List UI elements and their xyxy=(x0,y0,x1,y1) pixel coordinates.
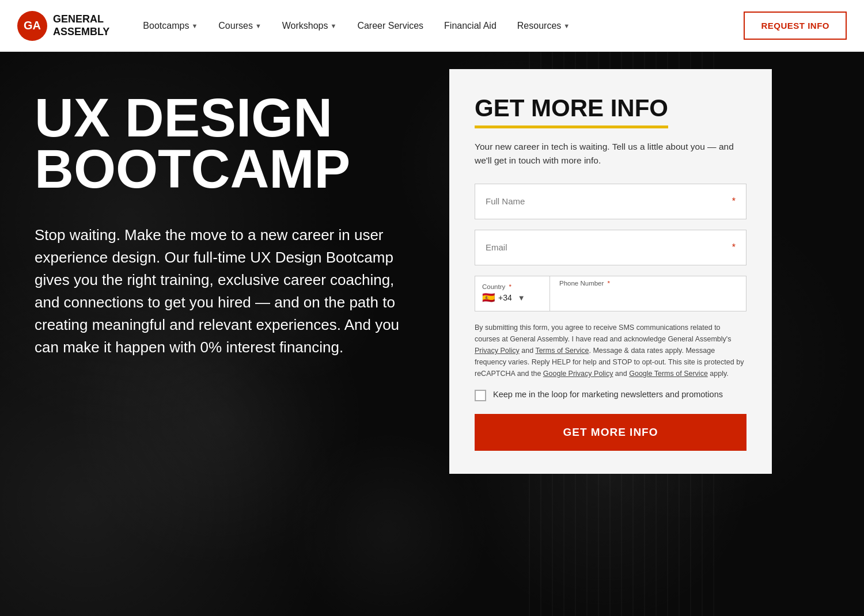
phone-input[interactable] xyxy=(559,288,737,307)
email-field: * xyxy=(475,230,746,265)
nav-career-services[interactable]: Career Services xyxy=(347,0,434,52)
country-value-row: 🇪🇸 +34 ▼ xyxy=(482,291,543,304)
nav-links: Bootcamps ▼ Courses ▼ Workshops ▼ Career… xyxy=(132,0,744,52)
hero-content: UX DESIGN BOOTCAMP Stop waiting. Make th… xyxy=(0,52,449,359)
phone-field-wrap: Phone Number * xyxy=(550,276,746,311)
country-code: +34 xyxy=(498,293,512,302)
request-info-button[interactable]: REQUEST INFO xyxy=(744,12,847,40)
country-chevron-icon: ▼ xyxy=(518,294,525,302)
submit-button[interactable]: GET MORE INFO xyxy=(475,414,746,451)
marketing-checkbox[interactable] xyxy=(475,390,486,401)
google-terms-link[interactable]: Google Terms of Service xyxy=(629,370,708,378)
country-flag: 🇪🇸 xyxy=(482,291,495,304)
navbar: GA GENERAL ASSEMBLY Bootcamps ▼ Courses … xyxy=(0,0,864,52)
google-privacy-link[interactable]: Google Privacy Policy xyxy=(543,370,613,378)
full-name-field: * xyxy=(475,184,746,219)
nav-right: REQUEST INFO xyxy=(744,12,847,40)
country-select[interactable]: Country * 🇪🇸 +34 ▼ xyxy=(475,276,550,311)
workshops-chevron-icon: ▼ xyxy=(331,22,337,29)
logo-icon: GA xyxy=(17,11,47,41)
form-subtitle: Your new career in tech is waiting. Tell… xyxy=(475,140,746,168)
terms-of-service-link[interactable]: Terms of Service xyxy=(535,347,589,355)
full-name-input[interactable] xyxy=(486,196,730,207)
courses-chevron-icon: ▼ xyxy=(255,22,262,29)
logo-link[interactable]: GA GENERAL ASSEMBLY xyxy=(17,11,109,41)
phone-label: Phone Number * xyxy=(559,280,737,287)
nav-workshops[interactable]: Workshops ▼ xyxy=(272,0,347,52)
email-input-wrapper: * xyxy=(475,230,746,265)
privacy-policy-link[interactable]: Privacy Policy xyxy=(475,347,520,355)
full-name-input-wrapper: * xyxy=(475,184,746,219)
country-label: Country * xyxy=(482,283,543,290)
email-input[interactable] xyxy=(486,242,730,253)
resources-chevron-icon: ▼ xyxy=(563,22,570,29)
nav-courses[interactable]: Courses ▼ xyxy=(208,0,271,52)
nav-financial-aid[interactable]: Financial Aid xyxy=(434,0,507,52)
phone-field: Country * 🇪🇸 +34 ▼ Phone Number * xyxy=(475,276,746,311)
logo-text: GENERAL ASSEMBLY xyxy=(53,13,109,38)
form-title: GET MORE INFO xyxy=(475,94,746,140)
consent-text: By submitting this form, you agree to re… xyxy=(475,322,746,379)
hero-description: Stop waiting. Make the move to a new car… xyxy=(35,224,415,359)
phone-row: Country * 🇪🇸 +34 ▼ Phone Number * xyxy=(475,276,746,311)
bootcamps-chevron-icon: ▼ xyxy=(191,22,198,29)
marketing-checkbox-label: Keep me in the loop for marketing newsle… xyxy=(493,389,723,400)
email-required-star: * xyxy=(732,242,736,253)
hero-title: UX DESIGN BOOTCAMP xyxy=(35,92,415,195)
nav-resources[interactable]: Resources ▼ xyxy=(507,0,580,52)
hero-section: UX DESIGN BOOTCAMP Stop waiting. Make th… xyxy=(0,52,864,616)
full-name-required-star: * xyxy=(732,196,736,207)
marketing-checkbox-row: Keep me in the loop for marketing newsle… xyxy=(475,389,746,401)
nav-bootcamps[interactable]: Bootcamps ▼ xyxy=(132,0,208,52)
info-form-panel: GET MORE INFO Your new career in tech is… xyxy=(449,69,772,474)
